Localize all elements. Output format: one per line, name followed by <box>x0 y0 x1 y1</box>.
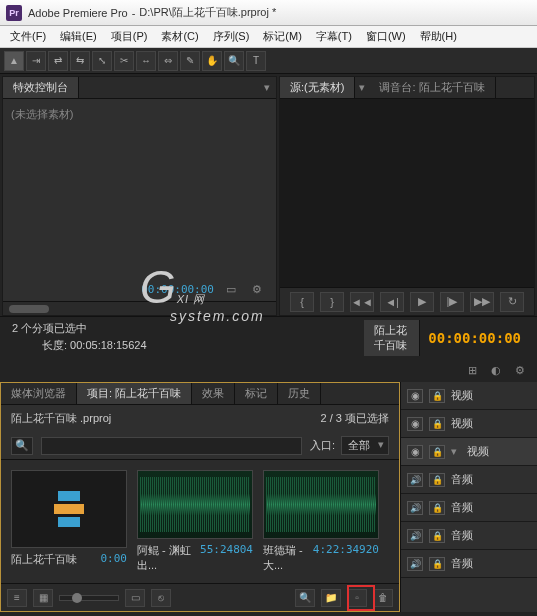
clip-item[interactable]: 陌上花千百味0:00 <box>11 470 127 573</box>
effect-timecode[interactable]: 00:00:00:00 <box>141 283 214 296</box>
tab-media-browser[interactable]: 媒体浏览器 <box>1 383 77 404</box>
project-file-label: 陌上花千百味 .prproj <box>11 411 111 426</box>
loop-icon[interactable]: ↻ <box>500 292 524 312</box>
clip-duration: 4:22:34920 <box>313 543 379 573</box>
slide-tool-icon[interactable]: ⇔ <box>158 51 178 71</box>
marker-icon[interactable]: ◐ <box>487 362 505 378</box>
video-track[interactable]: 🔒▾视频 <box>401 438 537 466</box>
goto-prev-icon[interactable]: ◄◄ <box>350 292 374 312</box>
search-input[interactable] <box>41 437 302 455</box>
transport-controls: { } ◄◄ ◄| ▶ |▶ ▶▶ ↻ <box>280 287 534 315</box>
tab-audio-mixer[interactable]: 调音台: 陌上花千百味 <box>369 77 495 98</box>
selection-tool-icon[interactable]: ▲ <box>4 51 24 71</box>
toggle-lock-icon[interactable]: 🔒 <box>429 417 445 431</box>
snap-icon[interactable]: ⊞ <box>463 362 481 378</box>
document-path: D:\PR\陌上花千百味.prproj * <box>139 5 276 20</box>
razor-tool-icon[interactable]: ✂ <box>114 51 134 71</box>
tab-effect-controls[interactable]: 特效控制台 <box>3 77 79 98</box>
toggle-lock-icon[interactable]: 🔒 <box>429 389 445 403</box>
automate-icon[interactable]: ⎋ <box>151 589 171 607</box>
tab-effects[interactable]: 效果 <box>192 383 235 404</box>
mark-in-icon[interactable]: { <box>290 292 314 312</box>
video-track[interactable]: 🔒视频 <box>401 382 537 410</box>
menu-sequence[interactable]: 序列(S) <box>207 27 256 46</box>
sequence-header: 陌上花千百味 00:00:00:00 <box>356 317 537 358</box>
selection-length: 长度: 00:05:18:15624 <box>12 338 344 353</box>
menu-marker[interactable]: 标记(M) <box>257 27 308 46</box>
step-back-icon[interactable]: ◄| <box>380 292 404 312</box>
menu-window[interactable]: 窗口(W) <box>360 27 412 46</box>
goto-next-icon[interactable]: ▶▶ <box>470 292 494 312</box>
settings-icon[interactable]: ⚙ <box>511 362 529 378</box>
toggle-visibility-icon[interactable] <box>407 417 423 431</box>
timeline-tracks-panel: 🔒视频 🔒视频 🔒▾视频 🔊🔒音频 🔊🔒音频 🔊🔒音频 🔊🔒音频 <box>400 382 537 612</box>
clip-name: 阿鲲 - 渊虹出... <box>137 543 200 573</box>
toggle-lock-icon[interactable]: 🔒 <box>429 501 445 515</box>
app-logo-icon: Pr <box>6 5 22 21</box>
toggle-mute-icon[interactable]: 🔊 <box>407 529 423 543</box>
scrollbar[interactable] <box>3 301 276 315</box>
fit-icon[interactable]: ▭ <box>222 281 240 297</box>
audio-track[interactable]: 🔊🔒音频 <box>401 550 537 578</box>
delete-icon[interactable]: 🗑 <box>373 589 393 607</box>
tab-source[interactable]: 源:(无素材) <box>280 77 355 98</box>
sequence-tab[interactable]: 陌上花千百味 <box>364 320 420 356</box>
zoom-tool-icon[interactable]: 🔍 <box>224 51 244 71</box>
tab-markers[interactable]: 标记 <box>235 383 278 404</box>
play-icon[interactable]: ▶ <box>410 292 434 312</box>
window-titlebar: Pr Adobe Premiere Pro - D:\PR\陌上花千百味.prp… <box>0 0 537 26</box>
audio-track[interactable]: 🔊🔒音频 <box>401 494 537 522</box>
panel-menu-icon[interactable]: ▾ <box>258 80 276 96</box>
video-track[interactable]: 🔒视频 <box>401 410 537 438</box>
rolling-tool-icon[interactable]: ⇆ <box>70 51 90 71</box>
expand-icon[interactable]: ▾ <box>451 445 457 458</box>
new-item-icon[interactable]: ▫ <box>347 589 367 607</box>
menu-clip[interactable]: 素材(C) <box>155 27 204 46</box>
new-bin-icon[interactable]: 📁 <box>321 589 341 607</box>
type-tool-icon[interactable]: T <box>246 51 266 71</box>
project-bins: 陌上花千百味0:00 阿鲲 - 渊虹出...55:24804 班德瑞 - 大..… <box>1 460 399 583</box>
slip-tool-icon[interactable]: ↔ <box>136 51 156 71</box>
clip-item[interactable]: 班德瑞 - 大...4:22:34920 <box>263 470 379 573</box>
zoom-slider[interactable] <box>59 595 119 601</box>
inlet-dropdown[interactable]: 全部 <box>341 436 389 455</box>
hand-tool-icon[interactable]: ✋ <box>202 51 222 71</box>
toggle-lock-icon[interactable]: 🔒 <box>429 445 445 459</box>
toggle-visibility-icon[interactable] <box>407 445 423 459</box>
menu-edit[interactable]: 编辑(E) <box>54 27 103 46</box>
waveform-icon <box>264 471 378 538</box>
tab-history[interactable]: 历史 <box>278 383 321 404</box>
clip-name: 班德瑞 - 大... <box>263 543 313 573</box>
audio-track[interactable]: 🔊🔒音频 <box>401 466 537 494</box>
ripple-tool-icon[interactable]: ⇄ <box>48 51 68 71</box>
list-view-icon[interactable]: ≡ <box>7 589 27 607</box>
audio-track[interactable]: 🔊🔒音频 <box>401 522 537 550</box>
sort-icon[interactable]: ▭ <box>125 589 145 607</box>
project-footer: ≡ ▦ ▭ ⎋ 🔍 📁 ▫ 🗑 <box>1 583 399 611</box>
toggle-mute-icon[interactable]: 🔊 <box>407 557 423 571</box>
toggle-visibility-icon[interactable] <box>407 389 423 403</box>
clip-item[interactable]: 阿鲲 - 渊虹出...55:24804 <box>137 470 253 573</box>
icon-view-icon[interactable]: ▦ <box>33 589 53 607</box>
track-select-tool-icon[interactable]: ⇥ <box>26 51 46 71</box>
pen-tool-icon[interactable]: ✎ <box>180 51 200 71</box>
step-fwd-icon[interactable]: |▶ <box>440 292 464 312</box>
menu-file[interactable]: 文件(F) <box>4 27 52 46</box>
menu-project[interactable]: 项目(P) <box>105 27 154 46</box>
sequence-timecode[interactable]: 00:00:00:00 <box>428 330 529 346</box>
toggle-lock-icon[interactable]: 🔒 <box>429 529 445 543</box>
toggle-mute-icon[interactable]: 🔊 <box>407 501 423 515</box>
toggle-mute-icon[interactable]: 🔊 <box>407 473 423 487</box>
tab-project[interactable]: 项目: 陌上花千百味 <box>77 383 192 404</box>
menu-help[interactable]: 帮助(H) <box>414 27 463 46</box>
mark-out-icon[interactable]: } <box>320 292 344 312</box>
toggle-lock-icon[interactable]: 🔒 <box>429 557 445 571</box>
find-icon[interactable]: 🔍 <box>295 589 315 607</box>
toggle-lock-icon[interactable]: 🔒 <box>429 473 445 487</box>
rate-tool-icon[interactable]: ⤡ <box>92 51 112 71</box>
tab-close-icon[interactable]: ▾ <box>355 81 369 94</box>
menu-title[interactable]: 字幕(T) <box>310 27 358 46</box>
search-icon[interactable]: 🔍 <box>11 437 33 455</box>
clip-name: 陌上花千百味 <box>11 552 77 567</box>
wrench-icon[interactable]: ⚙ <box>248 281 266 297</box>
